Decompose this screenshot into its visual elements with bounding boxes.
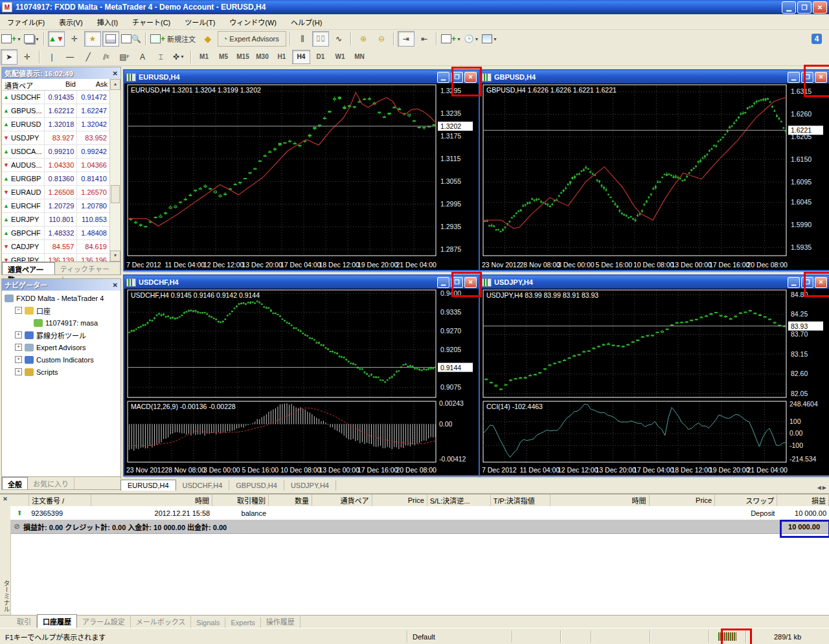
- vertical-line-button[interactable]: |: [43, 49, 60, 65]
- expand-icon[interactable]: +: [15, 368, 22, 375]
- fibonacci-button[interactable]: ▤F: [116, 49, 133, 65]
- arrow-tools-button[interactable]: ✜▼: [170, 49, 187, 65]
- market-watch-row-USDCA[interactable]: ▲USDCA...0.992100.99242: [2, 145, 110, 159]
- market-watch-close-icon[interactable]: ✕: [113, 70, 118, 77]
- cursor-tool-button[interactable]: ➤: [1, 49, 17, 65]
- terminal-toggle-button[interactable]: [102, 31, 119, 47]
- timeframe-W1[interactable]: W1: [331, 50, 349, 64]
- scroll-right-icon[interactable]: ▶: [823, 485, 826, 491]
- terminal-column-11[interactable]: 損益: [777, 494, 829, 506]
- horizontal-line-button[interactable]: —: [62, 49, 78, 65]
- navigator-item-4[interactable]: +Expert Advisors: [2, 341, 120, 353]
- zoom-out-button[interactable]: ⊖: [373, 31, 390, 47]
- expand-icon[interactable]: +: [15, 344, 22, 351]
- terminal-tab-Signals[interactable]: Signals: [191, 617, 225, 628]
- column-ask[interactable]: Ask: [78, 79, 110, 90]
- app-titlebar[interactable]: M 11074917: FXDD Malta - MetaTrader 4 - …: [0, 0, 829, 14]
- market-watch-row-GBPUS[interactable]: ▲GBPUS...1.622121.62247: [2, 104, 110, 118]
- column-symbol[interactable]: 通貨ペア: [2, 79, 47, 90]
- line-chart-button[interactable]: ∿: [330, 31, 347, 47]
- strategy-tester-button[interactable]: 🔍: [120, 31, 142, 47]
- timeframe-H1[interactable]: H1: [273, 50, 291, 64]
- data-window-button[interactable]: ✛: [66, 31, 83, 47]
- chart-titlebar-eurusd[interactable]: EURUSD,H4 ▁ ❐ ✕: [124, 71, 479, 83]
- terminal-tab-メールボックス[interactable]: メールボックス: [131, 615, 192, 628]
- chart-tabs-scroll[interactable]: ◀▶: [817, 485, 829, 491]
- help-chat-button[interactable]: 4: [808, 31, 825, 47]
- market-watch-row-USDJPY[interactable]: ▼USDJPY83.92783.952: [2, 131, 110, 145]
- text-label-button[interactable]: ⌶: [152, 49, 169, 65]
- terminal-column-3[interactable]: 数量: [269, 494, 312, 506]
- text-tool-button[interactable]: A: [134, 49, 151, 65]
- scroll-left-icon[interactable]: ◀: [817, 485, 821, 491]
- equidistant-channel-button[interactable]: ⫽E: [98, 49, 115, 65]
- scroll-down-icon[interactable]: ▼: [110, 250, 120, 261]
- terminal-column-6[interactable]: S/L:決済逆...: [427, 494, 491, 506]
- terminal-tab-アラーム設定[interactable]: アラーム設定: [77, 615, 131, 628]
- market-watch-row-AUDUS[interactable]: ▼AUDUS...1.043301.04366: [2, 159, 110, 172]
- chart-shift-button[interactable]: ⇤: [416, 31, 433, 47]
- market-watch-row-EURJPY[interactable]: ▲EURJPY110.801110.853: [2, 213, 110, 227]
- navigator-item-0[interactable]: FXDD Malta - MetaTrader 4: [2, 292, 120, 304]
- market-watch-row-EURAUD[interactable]: ▼EURAUD1.265081.26570: [2, 186, 110, 199]
- navigator-item-2[interactable]: 11074917: masa: [2, 316, 120, 329]
- navigator-close-icon[interactable]: ✕: [113, 282, 118, 289]
- timeframe-M5[interactable]: M5: [214, 50, 233, 64]
- market-watch-tab-ティックチャート[interactable]: ティックチャート: [55, 262, 120, 274]
- timeframe-M15[interactable]: M15: [234, 50, 252, 64]
- crosshair-tool-button[interactable]: ✛: [19, 49, 36, 65]
- terminal-column-2[interactable]: 取引種別: [212, 494, 269, 506]
- navigator-tab-お気に入り[interactable]: お気に入り: [28, 477, 74, 489]
- chart-area-gbpusd[interactable]: 1.63151.62601.62051.61501.60951.60451.59…: [480, 83, 829, 270]
- chart-tab-USDJPYH4[interactable]: USDJPY,H4: [284, 480, 336, 491]
- menu-item-3[interactable]: チャート(C): [125, 15, 177, 29]
- chart-titlebar-gbpusd[interactable]: GBPUSD,H4 ▁ ❐ ✕: [480, 71, 829, 83]
- trendline-button[interactable]: ╱: [80, 49, 97, 65]
- chart-minimize-button[interactable]: ▁: [437, 277, 449, 288]
- chart-tab-EURUSDH4[interactable]: EURUSD,H4: [120, 480, 176, 491]
- terminal-tab-操作履歴[interactable]: 操作履歴: [261, 615, 301, 628]
- expert-advisors-button[interactable]: ◔Expert Advisors: [218, 31, 286, 47]
- scroll-thumb[interactable]: [111, 185, 120, 203]
- menu-item-5[interactable]: ウィンドウ(W): [222, 15, 284, 29]
- indicators-button[interactable]: +▼: [440, 31, 462, 47]
- market-watch-row-EURUSD[interactable]: ▲EURUSD1.320181.32042: [2, 118, 110, 131]
- market-watch-row-EURGBP[interactable]: ▲EURGBP0.813600.81410: [2, 172, 110, 186]
- navigator-header[interactable]: ナビゲーター ✕: [2, 279, 120, 291]
- new-order-button[interactable]: +新規注文: [150, 31, 198, 47]
- navigator-tab-全般[interactable]: 全般: [2, 477, 28, 489]
- app-close-button[interactable]: ✕: [813, 1, 827, 14]
- navigator-toggle-button[interactable]: ★: [84, 31, 101, 47]
- terminal-column-headers[interactable]: 注文番号 /時間取引種別数量通貨ペアPriceS/L:決済逆...T/P:決済指…: [10, 494, 829, 507]
- market-watch-header[interactable]: 気配値表示: 16:02:49 ✕: [2, 67, 120, 79]
- terminal-column-1[interactable]: 時間: [91, 494, 212, 506]
- expand-icon[interactable]: +: [15, 331, 22, 339]
- chart-titlebar-usdjpy[interactable]: USDJPY,H4 ▁ ❐ ✕: [480, 276, 829, 289]
- market-watch-tab-通貨ペア一覧[interactable]: 通貨ペア一覧: [2, 262, 55, 274]
- terminal-column-9[interactable]: Price: [650, 494, 716, 506]
- chart-minimize-button[interactable]: ▁: [788, 277, 800, 288]
- navigator-item-3[interactable]: +罫線分析ツール: [2, 329, 120, 341]
- chart-minimize-button[interactable]: ▁: [437, 72, 449, 83]
- timeframe-M30[interactable]: M30: [253, 50, 271, 64]
- terminal-column-10[interactable]: スワップ: [715, 494, 777, 506]
- app-minimize-button[interactable]: ▁: [782, 1, 796, 14]
- terminal-column-5[interactable]: Price: [372, 494, 427, 506]
- chart-titlebar-usdchf[interactable]: USDCHF,H4 ▁ ❐ ✕: [124, 276, 479, 289]
- market-watch-row-CADJPY[interactable]: ▼CADJPY84.55784.619: [2, 240, 110, 254]
- chart-tab-USDCHFH4[interactable]: USDCHF,H4: [176, 480, 230, 491]
- terminal-column-0[interactable]: 注文番号 /: [29, 494, 91, 506]
- timeframe-M1[interactable]: M1: [195, 50, 213, 64]
- market-watch-row-GBPCHF[interactable]: ▲GBPCHF1.483321.48408: [2, 227, 110, 240]
- terminal-close-icon[interactable]: ✕: [0, 496, 10, 502]
- timeframe-MN[interactable]: MN: [350, 50, 369, 64]
- market-watch-column-headers[interactable]: 通貨ペア Bid Ask: [2, 79, 110, 91]
- chart-minimize-button[interactable]: ▁: [788, 72, 800, 83]
- timeframe-H4[interactable]: H4: [292, 50, 310, 64]
- navigator-item-5[interactable]: +Custom Indicators: [2, 353, 120, 366]
- collapse-icon[interactable]: −: [15, 307, 22, 314]
- templates-button[interactable]: ▼: [481, 31, 498, 47]
- market-watch-row-EURCHF[interactable]: ▲EURCHF1.207291.20780: [2, 199, 110, 213]
- terminal-column-4[interactable]: 通貨ペア: [312, 494, 372, 506]
- market-watch-toggle-button[interactable]: ▲▼: [48, 31, 65, 47]
